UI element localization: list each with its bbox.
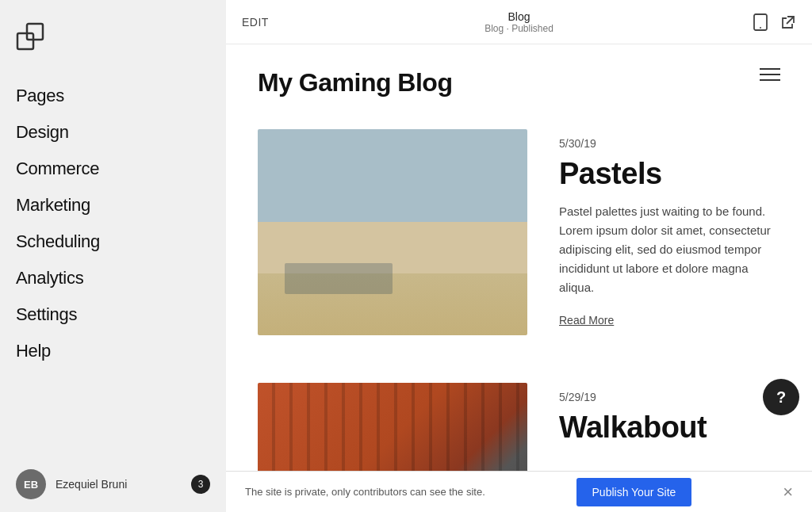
pastels-post-title: Pastels <box>559 158 780 191</box>
pastels-post-info: 5/30/19 Pastels Pastel palettes just wai… <box>559 129 780 327</box>
topbar-center: Blog Blog · Published <box>485 10 553 34</box>
topbar-actions <box>752 13 796 31</box>
svg-line-4 <box>787 17 794 24</box>
blog-menu-icon[interactable] <box>760 68 780 81</box>
tablet-view-icon[interactable] <box>752 13 769 31</box>
sidebar-nav: Pages Design Commerce Marketing Scheduli… <box>0 78 226 457</box>
preview-scroll[interactable]: My Gaming Blog 5/30/19 <box>226 44 812 471</box>
external-link-icon[interactable] <box>780 14 796 30</box>
svg-point-3 <box>760 27 761 29</box>
sidebar: Pages Design Commerce Marketing Scheduli… <box>0 0 226 512</box>
page-status: Blog · Published <box>485 23 553 34</box>
sidebar-item-help[interactable]: Help <box>0 333 226 369</box>
blog-post-walkabout: 5/29/19 Walkabout <box>258 383 780 471</box>
main-content: EDIT Blog Blog · Published <box>226 0 812 512</box>
bottom-bar: The site is private, only contributors c… <box>226 471 812 512</box>
walkabout-post-title: Walkabout <box>559 411 780 445</box>
pastels-post-date: 5/30/19 <box>559 137 780 150</box>
pastels-read-more[interactable]: Read More <box>559 314 614 327</box>
squarespace-logo-icon <box>16 22 44 51</box>
blog-header: My Gaming Blog <box>258 68 780 97</box>
sidebar-item-scheduling[interactable]: Scheduling <box>0 224 226 260</box>
privacy-notice: The site is private, only contributors c… <box>245 486 485 498</box>
walkabout-post-image <box>258 383 527 471</box>
username: Ezequiel Bruni <box>56 478 127 491</box>
sidebar-item-design[interactable]: Design <box>0 114 226 151</box>
blog-content: My Gaming Blog 5/30/19 <box>226 44 812 471</box>
close-button[interactable]: × <box>783 483 793 501</box>
edit-button[interactable]: EDIT <box>242 16 269 29</box>
blog-title: My Gaming Blog <box>258 68 452 97</box>
help-fab-button[interactable]: ? <box>763 379 799 415</box>
blog-post-pastels: 5/30/19 Pastels Pastel palettes just wai… <box>258 129 780 335</box>
pastels-post-image <box>258 129 527 335</box>
sidebar-item-marketing[interactable]: Marketing <box>0 187 226 224</box>
user-profile[interactable]: EB Ezequiel Bruni <box>16 469 127 499</box>
page-title: Blog <box>485 10 553 23</box>
preview-wrapper: My Gaming Blog 5/30/19 <box>226 44 812 471</box>
pastels-post-excerpt: Pastel palettes just waiting to be found… <box>559 202 780 297</box>
avatar: EB <box>16 469 46 499</box>
sidebar-item-commerce[interactable]: Commerce <box>0 151 226 187</box>
publish-button[interactable]: Publish Your Site <box>576 478 692 506</box>
topbar: EDIT Blog Blog · Published <box>226 0 812 44</box>
svg-rect-0 <box>17 33 33 49</box>
walkabout-post-info: 5/29/19 Walkabout <box>559 383 780 456</box>
notification-badge[interactable]: 3 <box>191 475 210 494</box>
sidebar-item-settings[interactable]: Settings <box>0 296 226 333</box>
svg-rect-1 <box>27 24 43 40</box>
logo[interactable] <box>0 0 226 78</box>
sidebar-footer: EB Ezequiel Bruni 3 <box>0 457 226 512</box>
walkabout-post-date: 5/29/19 <box>559 391 780 403</box>
sidebar-item-analytics[interactable]: Analytics <box>0 260 226 296</box>
sidebar-item-pages[interactable]: Pages <box>0 78 226 114</box>
